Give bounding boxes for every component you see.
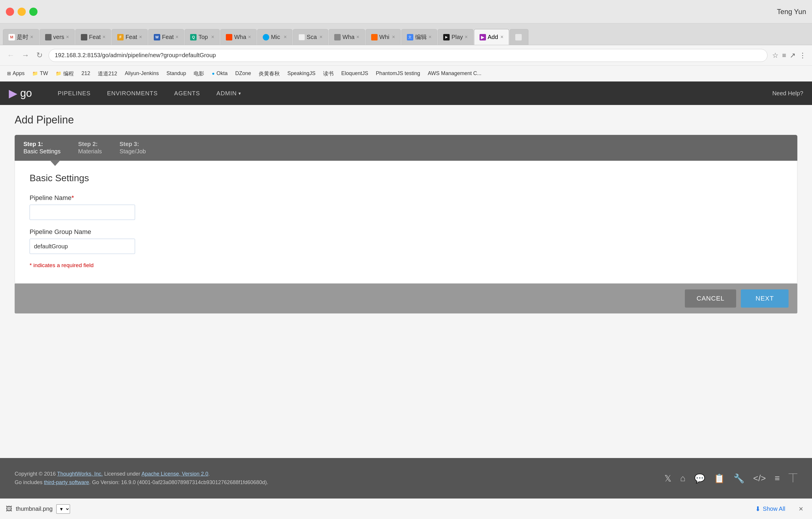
license-link[interactable]: Apache License, Version 2.0 (142, 471, 208, 477)
reader-icon[interactable]: ≡ (782, 51, 786, 59)
tab-feat2[interactable]: F Feat × (112, 29, 148, 45)
tab-close-wha2[interactable]: × (356, 34, 359, 40)
bookmark-phantomjs[interactable]: PhantomJS testing (374, 69, 423, 78)
version-text: . Go Version: 16.9.0 (4001-0af23a0807898… (89, 480, 268, 485)
footer-text: Copyright © 2016 ThoughtWorks, Inc. Lice… (14, 470, 268, 487)
tab-close-edit[interactable]: × (429, 34, 432, 40)
tab-favicon-vers (45, 34, 52, 40)
tab-label-feat2: Feat (125, 34, 137, 40)
bookmark-aws[interactable]: AWS Management C... (425, 69, 484, 78)
tab-feat3[interactable]: W Feat × (148, 29, 184, 45)
back-button[interactable]: ← (6, 50, 16, 61)
tab-favicon-blank (515, 34, 522, 40)
forward-button[interactable]: → (21, 50, 30, 61)
list-icon[interactable]: ≡ (775, 473, 780, 484)
third-party-link[interactable]: third-party software (44, 480, 89, 485)
tab-blank[interactable] (510, 29, 528, 45)
tab-sca[interactable]: Sca × (293, 29, 328, 45)
pipeline-name-input[interactable] (30, 205, 135, 220)
twitter-icon[interactable]: 𝕏 (664, 473, 671, 484)
download-close-button[interactable]: × (796, 503, 806, 515)
wrench-icon[interactable]: 🔧 (733, 473, 744, 484)
tab-close-top[interactable]: × (211, 34, 214, 40)
nav-environments[interactable]: ENVIRONMENTS (99, 87, 166, 100)
cancel-button[interactable]: CANCEL (685, 290, 736, 308)
maximize-button[interactable] (29, 8, 37, 16)
code-icon[interactable]: </> (753, 473, 766, 484)
tab-close-feat1[interactable]: × (103, 34, 106, 40)
tab-close-feat2[interactable]: × (139, 34, 142, 40)
apps-icon: ⊞ (7, 71, 11, 76)
download-bar: 🖼 thumbnail.png ▾ ⬇ Show All × (0, 498, 812, 519)
company-link[interactable]: ThoughtWorks, Inc. (57, 471, 103, 477)
bookmark-dao212[interactable]: 道道212 (95, 69, 119, 78)
tab-close-vers[interactable]: × (66, 34, 69, 40)
bookmark-dzone[interactable]: DZone (233, 69, 253, 78)
form-card: Basic Settings Pipeline Name* Pipeline G… (14, 161, 798, 283)
refresh-button[interactable]: ↻ (35, 50, 44, 61)
bookmark-movies[interactable]: 电影 (191, 69, 206, 78)
bookmark-aliyun-label: Aliyun-Jenkins (125, 71, 159, 77)
url-input[interactable] (49, 49, 767, 62)
tab-close-mic[interactable]: × (284, 34, 287, 40)
bookmark-read[interactable]: 读书 (321, 69, 336, 78)
tab-add[interactable]: ▶ Add × (474, 29, 509, 45)
bookmark-phantomjs-label: PhantomJS testing (376, 71, 420, 77)
share-icon[interactable]: ↗ (790, 51, 795, 59)
nav-agents[interactable]: AGENTS (166, 87, 208, 100)
bookmark-okta[interactable]: ● Okta (209, 69, 230, 78)
tab-wha2[interactable]: Wha × (329, 29, 365, 45)
bookmark-yanhuang[interactable]: 炎黄春秋 (256, 69, 282, 78)
bookmark-eloquentjs-label: EloquentJS (341, 71, 368, 77)
download-filename: thumbnail.png (16, 506, 53, 512)
tab-close-sca[interactable]: × (320, 34, 323, 40)
tab-top[interactable]: Q Top × (184, 29, 220, 45)
tab-whi[interactable]: Whi × (366, 29, 401, 45)
tab-close-gmail[interactable]: × (30, 34, 33, 40)
rss-icon[interactable]: ⏉ (789, 473, 798, 484)
show-all-label: Show All (763, 506, 785, 512)
download-options-select[interactable]: ▾ (56, 504, 70, 514)
gocd-logo-icon: ▶ (9, 87, 17, 100)
tab-mic[interactable]: Mic × (257, 29, 292, 45)
bookmark-aliyun[interactable]: Aliyun-Jenkins (122, 69, 161, 78)
star-icon[interactable]: ☆ (772, 51, 779, 59)
tab-gmail[interactable]: M 是时 × (3, 29, 39, 45)
bookmark-tw[interactable]: 📁 TW (30, 69, 50, 78)
show-all-button[interactable]: ⬇ Show All (751, 503, 790, 515)
tab-vers[interactable]: vers × (39, 29, 75, 45)
github-icon[interactable]: ⌂ (680, 473, 686, 484)
file-icon: 🖼 (6, 505, 12, 513)
bookmark-eloquentjs[interactable]: EloquentJS (339, 69, 371, 78)
tab-close-wha1[interactable]: × (248, 34, 251, 40)
bookmark-apps[interactable]: ⊞ Apps (5, 69, 27, 78)
chat-icon[interactable]: 💬 (694, 473, 705, 484)
gocd-app: ▶ go PIPELINES ENVIRONMENTS AGENTS ADMIN… (0, 82, 812, 498)
license-prefix: Licensed under (103, 471, 142, 477)
nav-pipelines[interactable]: PIPELINES (50, 87, 99, 100)
tab-play[interactable]: ▶ Play × (438, 29, 473, 45)
bookmark-programming[interactable]: 📁 编程 (53, 69, 76, 78)
tab-close-whi[interactable]: × (392, 34, 395, 40)
pipeline-group-input[interactable] (30, 239, 135, 254)
tab-edit[interactable]: 文 编辑 × (401, 29, 437, 45)
tab-wha1[interactable]: Wha × (220, 29, 257, 45)
docs-icon[interactable]: 📋 (714, 473, 725, 484)
tab-favicon-gmail: M (8, 34, 15, 40)
tab-feat1[interactable]: Feat × (75, 29, 111, 45)
tab-favicon-edit: 文 (407, 34, 413, 40)
bookmark-speakingjs[interactable]: SpeakingJS (285, 69, 318, 78)
step3-num: Step 3: (119, 141, 139, 147)
bookmark-standup[interactable]: Standup (164, 69, 188, 78)
nav-admin[interactable]: ADMIN ▾ (208, 87, 249, 100)
next-button[interactable]: NEXT (741, 290, 789, 308)
nav-admin-label: ADMIN (216, 90, 237, 97)
tab-close-add[interactable]: × (500, 34, 503, 40)
tab-close-play[interactable]: × (465, 34, 468, 40)
bookmark-212[interactable]: 212 (79, 69, 93, 78)
tab-close-feat3[interactable]: × (175, 34, 179, 40)
help-link[interactable]: Need Help? (772, 90, 803, 97)
menu-icon[interactable]: ⋮ (799, 51, 806, 59)
close-button[interactable] (6, 8, 14, 16)
minimize-button[interactable] (18, 8, 26, 16)
